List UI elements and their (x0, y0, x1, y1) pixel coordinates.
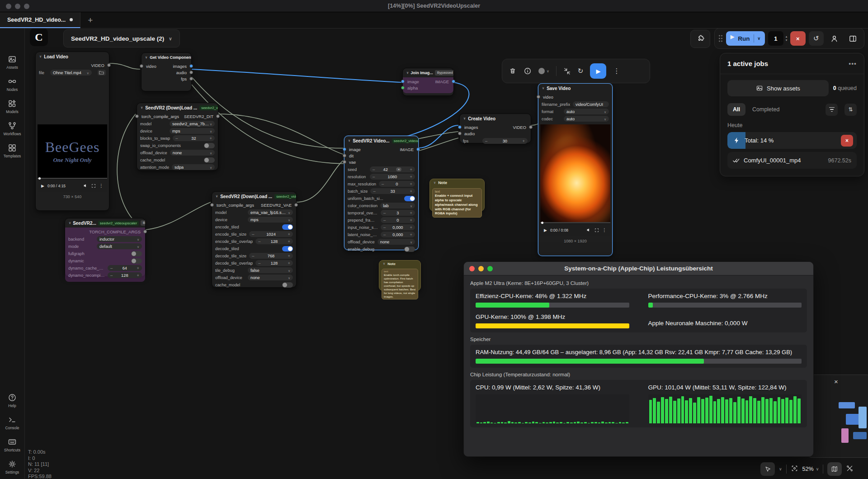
cancel-job-button[interactable]: × (841, 135, 853, 147)
output-port[interactable] (294, 203, 298, 207)
node-widget-row[interactable]: device mps mps× (215, 217, 293, 223)
output-port[interactable] (189, 77, 193, 81)
increment-button[interactable] (288, 261, 290, 266)
node-widget-row[interactable]: uniform_batch_si... × (348, 195, 415, 201)
input-port[interactable] (458, 132, 462, 135)
node-create-video[interactable]: ∨Create Video imagesVIDEO audio fps 30 (459, 114, 531, 143)
increment-button[interactable] (137, 266, 139, 270)
node-widget-row[interactable]: prepend_frames 0 0× (348, 217, 415, 223)
sort-button[interactable]: ⇅ (844, 104, 857, 116)
node-widget-row[interactable]: offload_device none none× (140, 150, 215, 156)
decrement-button[interactable] (252, 232, 254, 237)
toggle-switch[interactable] (282, 282, 293, 288)
pointer-mode-button[interactable] (760, 462, 775, 476)
output-port[interactable] (143, 230, 147, 233)
sidebar-item-nodes[interactable]: Nodes (7, 77, 18, 92)
decrement-button[interactable] (175, 136, 178, 141)
sidebar-item-templates[interactable]: Templates (4, 143, 21, 158)
node-widget-row[interactable]: cache_model × (215, 282, 293, 288)
decrement-button[interactable] (373, 175, 375, 179)
node-widget-row[interactable]: enable_debug × (348, 246, 415, 252)
toggle-switch[interactable] (282, 246, 293, 251)
sidebar-item-help[interactable]: Help (8, 393, 17, 408)
output-port[interactable] (529, 125, 533, 129)
node-note-compile[interactable]: ∨Note text Enable torch.compile optimiza… (379, 260, 421, 291)
node-torch-compile-args[interactable]: ∨SeedVR2...seedvr2_videoupscalerBypassed… (65, 218, 146, 277)
node-widget-row[interactable]: cache_model × (140, 157, 215, 163)
active-job-row[interactable]: Total: 14 % × (727, 132, 857, 149)
node-widget-row[interactable]: decode_tile_size 768 768× (215, 253, 293, 259)
node-widget-row[interactable]: attention_mode sdpa sdpa× (140, 164, 215, 170)
node-save-video[interactable]: ∨Save Video video filename_prefix video/… (538, 83, 613, 256)
increment-button[interactable] (410, 211, 412, 215)
info-button[interactable] (524, 67, 532, 75)
tab-all[interactable]: All (727, 103, 745, 116)
tab-workflow[interactable]: SeedVR2_HD_video... (0, 12, 80, 28)
toggle-switch[interactable] (404, 196, 415, 201)
zoom-level-dropdown[interactable]: 52%∨ (802, 466, 819, 472)
node-widget-row[interactable]: dynamo_cache_size_... 64 64× (68, 265, 142, 271)
node-widget-row[interactable]: blocks_to_swap 32 32× (140, 135, 215, 141)
increment-button[interactable] (288, 254, 290, 258)
toggle-switch[interactable] (282, 224, 293, 230)
toggle-switch[interactable] (131, 251, 142, 256)
node-seedvr2-vae-loader[interactable]: ∨SeedVR2 (Down)Load ...seedvr2_videoupsc… (212, 191, 297, 288)
user-button[interactable] (827, 31, 842, 46)
decrement-button[interactable] (383, 218, 386, 223)
node-join-image[interactable]: ∨Join Imag...Bypassed ⤾ imageIMAGE alpha (402, 68, 454, 96)
input-port[interactable] (140, 64, 143, 68)
node-widget-row[interactable]: filename_prefix video/ComfyUI video/Comf… (542, 101, 609, 107)
node-get-video-components[interactable]: ∨Get Video Components videoimages audio … (141, 52, 192, 91)
file-widget[interactable]: file Ohne Titel.mp4 (39, 70, 106, 76)
node-widget-row[interactable]: encode_tile_size 1024 1024× (215, 231, 293, 237)
collapse-button[interactable] (563, 67, 571, 75)
input-port[interactable] (343, 160, 346, 164)
node-widget-row[interactable]: format auto auto× (542, 109, 609, 114)
toggle-links-button[interactable] (846, 465, 854, 474)
sidebar-item-models[interactable]: Models (6, 99, 18, 114)
new-tab-button[interactable]: + (80, 12, 100, 28)
decrement-button[interactable] (258, 261, 260, 266)
increment-button[interactable] (410, 189, 412, 194)
decrement-button[interactable] (485, 139, 487, 143)
sidebar-item-assets[interactable]: Assets (6, 55, 18, 70)
toggle-switch[interactable] (204, 143, 215, 148)
sidebar-item-shortcuts[interactable]: Shortcuts (4, 437, 20, 452)
node-note-alpha[interactable]: ∨Note text Enable + connect input alpha … (429, 179, 485, 211)
node-color-button[interactable]: ∨ (538, 68, 549, 74)
more-button[interactable]: ⋮ (613, 67, 620, 75)
toggle-switch[interactable] (131, 258, 142, 264)
increment-button[interactable] (523, 139, 525, 143)
video-scrubber[interactable] (540, 222, 610, 223)
panel-toggle-button[interactable] (845, 31, 860, 46)
node-widget-row[interactable]: tile_debug false false× (215, 267, 293, 273)
fit-view-button[interactable] (791, 465, 798, 474)
node-load-video[interactable]: ∨Load Video VIDEO file Ohne Titel.mp4 Be… (35, 52, 109, 211)
comfyui-logo[interactable]: C (30, 28, 48, 46)
node-widget-row[interactable]: batch_size 33 33× (348, 188, 415, 194)
video-scrubber[interactable] (38, 178, 107, 179)
decrement-button[interactable] (383, 232, 386, 237)
input-port[interactable] (343, 154, 346, 157)
toggle-switch[interactable] (404, 247, 415, 252)
extensions-button[interactable] (690, 30, 710, 48)
output-port[interactable] (189, 71, 193, 74)
pointer-mode-chevron-icon[interactable]: ∨ (779, 467, 782, 471)
decrement-button[interactable] (382, 182, 384, 186)
node-widget-row[interactable]: mode default default× (68, 243, 142, 249)
video-controls[interactable]: ▶ 0:00 / 4:15 ⋮ (38, 179, 107, 192)
node-widget-row[interactable]: decode_tile_overlap 128 128× (215, 260, 293, 266)
randomize-seed-icon[interactable]: × (396, 167, 401, 171)
fps-widget[interactable]: fps 30 (463, 138, 528, 144)
tab-completed[interactable]: Completed (752, 106, 779, 113)
input-port[interactable] (537, 95, 540, 99)
input-port[interactable] (343, 147, 346, 151)
increment-button[interactable] (410, 175, 412, 179)
delete-button[interactable] (509, 67, 517, 75)
sidebar-item-settings[interactable]: Settings (5, 460, 19, 474)
decrement-button[interactable] (258, 239, 260, 244)
show-assets-button[interactable]: Show assets (727, 80, 829, 96)
batch-count-steppers[interactable]: ▴▾ (786, 35, 788, 42)
increment-button[interactable] (288, 232, 290, 237)
input-port[interactable] (401, 86, 405, 90)
